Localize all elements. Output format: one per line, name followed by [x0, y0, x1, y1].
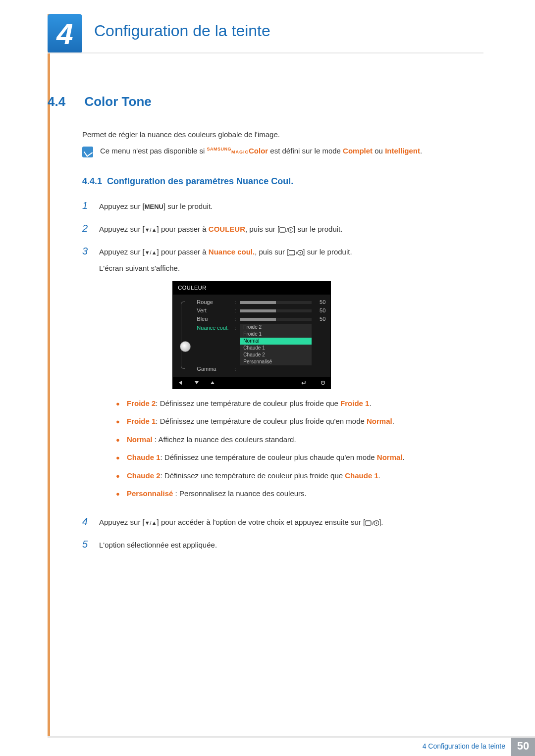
note-row: Ce menu n'est pas disponible si SAMSUNGM…: [82, 147, 483, 157]
bullet-icon: ●: [116, 471, 120, 482]
osd-screenshot: COULEUR Rouge: 50: [172, 281, 331, 389]
chapter-badge: 4: [48, 14, 82, 53]
menu-button-label: MENU: [145, 203, 163, 210]
power-icon: [321, 379, 325, 387]
osd-row-nuance: Nuance coul.: Froide 2 Froide 1 Normal C…: [197, 324, 325, 365]
palette-icon: [180, 341, 191, 352]
bullet-icon: ●: [116, 417, 120, 427]
osd-dropdown: Froide 2 Froide 1 Normal Chaude 1 Chaude…: [240, 324, 312, 365]
bullet-chaude2: ● Chaude 2: Définissez une température d…: [116, 470, 405, 482]
up-icon: [210, 379, 215, 387]
bullet-icon: ●: [116, 399, 120, 409]
chapter-number: 4: [56, 17, 73, 51]
section-intro: Permet de régler la nuance des couleurs …: [82, 130, 483, 139]
svg-rect-4: [289, 251, 295, 255]
bullet-froide1: ● Froide 1: Définissez une température d…: [116, 416, 405, 427]
chapter-title: Configuration de la teinte: [94, 22, 270, 40]
osd-row-bleu: Bleu: 50: [197, 315, 325, 324]
osd-title: COULEUR: [173, 282, 330, 295]
svg-point-7: [300, 252, 301, 253]
bullet-chaude1: ● Chaude 1: Définissez une température d…: [116, 452, 405, 463]
bullet-icon: ●: [116, 435, 120, 446]
options-list: ● Froide 2: Définissez une température d…: [116, 398, 405, 500]
enter-icon: /: [279, 224, 293, 236]
step-3: 3 Appuyez sur [] pour passer à Nuance co…: [82, 243, 483, 506]
divider: [48, 52, 483, 53]
enter-icon: /: [289, 247, 303, 258]
osd-row-rouge: Rouge: 50: [197, 299, 325, 307]
svg-rect-0: [279, 228, 285, 232]
section-title: Color Tone: [84, 94, 151, 109]
note-text: Ce menu n'est pas disponible si SAMSUNGM…: [100, 147, 422, 155]
footer-chapter-label: 4 Configuration de la teinte: [423, 742, 505, 750]
osd-footer: [173, 377, 330, 389]
down-up-icon: [145, 518, 157, 526]
page-footer: 4 Configuration de la teinte 50: [0, 736, 535, 756]
step-2: 2 Appuyez sur [] pour passer à COULEUR, …: [82, 220, 483, 236]
osd-row-vert: Vert: 50: [197, 307, 325, 315]
page-number: 50: [511, 736, 535, 756]
bullet-perso: ● Personnalisé : Personnalisez la nuance…: [116, 488, 405, 500]
bullet-icon: ●: [116, 453, 120, 463]
bullet-normal: ● Normal : Affichez la nuance des couleu…: [116, 434, 405, 446]
svg-point-13: [376, 522, 377, 523]
step-1: 1 Appuyez sur [MENU] sur le produit.: [82, 198, 483, 213]
step-5: 5 L'option sélectionnée est appliquée.: [82, 536, 483, 552]
section-number: 4.4: [48, 94, 82, 109]
down-up-icon: [145, 248, 157, 256]
subsection-heading: 4.4.1 Configuration des paramètres Nuanc…: [82, 176, 483, 187]
down-icon: [194, 379, 200, 387]
enter-icon: [300, 379, 307, 387]
note-icon: [82, 147, 93, 157]
svg-rect-10: [365, 521, 371, 525]
osd-row-gamma: Gamma:: [197, 365, 325, 374]
section-heading: 4.4 Color Tone: [48, 94, 483, 109]
back-icon: [178, 379, 184, 387]
bullet-froide2: ● Froide 2: Définissez une température d…: [116, 398, 405, 409]
down-up-icon: [145, 225, 157, 233]
step-4: 4 Appuyez sur [] pour accéder à l'option…: [82, 513, 483, 529]
bullet-icon: ●: [116, 489, 120, 500]
svg-point-3: [290, 229, 291, 230]
enter-icon: /: [365, 517, 379, 529]
